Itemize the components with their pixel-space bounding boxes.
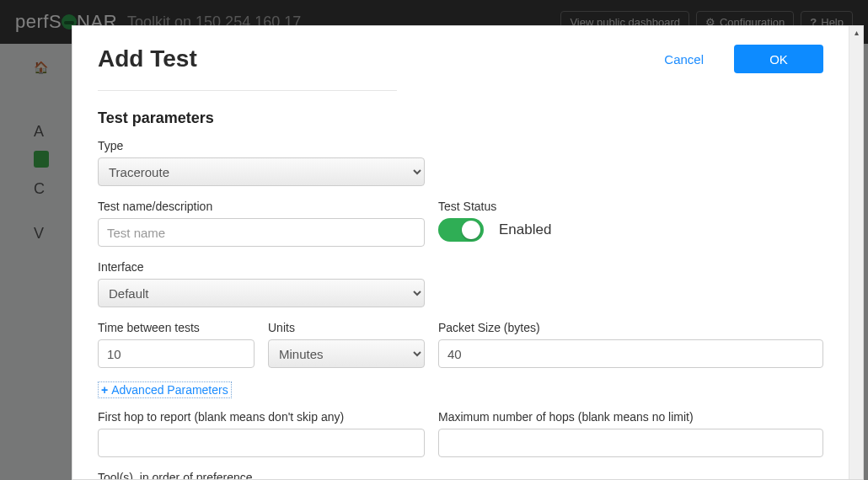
advanced-parameters-label: Advanced Parameters: [111, 383, 228, 397]
units-label: Units: [268, 321, 425, 334]
first-hop-label: First hop to report (blank means don't s…: [98, 410, 425, 424]
type-label: Type: [98, 139, 425, 152]
first-hop-input[interactable]: [98, 429, 425, 457]
ok-button[interactable]: OK: [734, 45, 823, 73]
modal-title: Add Test: [98, 45, 197, 72]
modal-header: Add Test Cancel OK: [98, 45, 823, 73]
scroll-up-icon[interactable]: ▴: [849, 26, 863, 40]
plus-icon: [101, 383, 108, 397]
packet-size-label: Packet Size (bytes): [438, 321, 823, 334]
max-hops-input[interactable]: [438, 429, 823, 457]
test-name-input[interactable]: [98, 218, 425, 247]
interval-label: Time between tests: [98, 321, 255, 334]
cancel-button[interactable]: Cancel: [664, 52, 704, 67]
modal-scrollbar[interactable]: ▴: [849, 26, 863, 479]
section-test-parameters: Test parameters: [98, 109, 823, 127]
test-status-text: Enabled: [499, 221, 551, 238]
test-status-label: Test Status: [438, 200, 823, 213]
max-hops-label: Maximum number of hops (blank means no l…: [438, 410, 823, 424]
toggle-knob: [462, 221, 480, 239]
units-select[interactable]: Minutes: [268, 339, 425, 368]
advanced-parameters-toggle[interactable]: Advanced Parameters: [98, 381, 232, 398]
interface-select[interactable]: Default: [98, 279, 425, 307]
test-name-label: Test name/description: [98, 200, 425, 213]
title-divider: [98, 90, 397, 91]
test-status-toggle[interactable]: [438, 218, 484, 242]
interface-label: Interface: [98, 260, 425, 274]
packet-size-input[interactable]: [438, 339, 823, 368]
type-select[interactable]: Traceroute: [98, 157, 425, 186]
interval-input[interactable]: [98, 339, 255, 368]
add-test-modal: Add Test Cancel OK Test parameters Type …: [72, 25, 864, 480]
tools-label: Tool(s), in order of preference: [98, 471, 425, 479]
